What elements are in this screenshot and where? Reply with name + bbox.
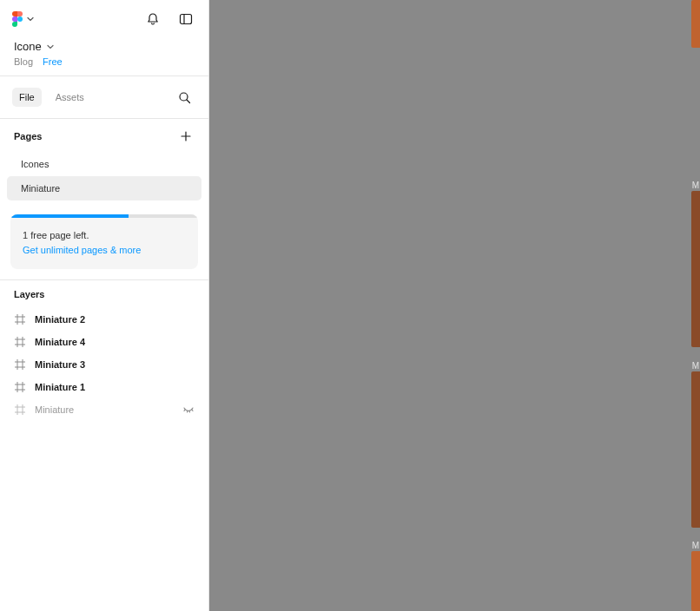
bell-icon [146,12,160,26]
file-subtitle: Blog Free [14,56,195,67]
frame-label: M [692,541,700,550]
panel-icon [179,12,193,26]
canvas-frame-sliver[interactable] [691,551,700,611]
upsell-card: 1 free page left. Get unlimited pages & … [10,214,198,269]
tab-file[interactable]: File [12,88,42,107]
toggle-panels-button[interactable] [174,7,198,31]
upsell-link[interactable]: Get unlimited pages & more [23,245,141,255]
plan-badge[interactable]: Free [43,56,63,67]
plus-icon [181,131,191,141]
layers-list: Miniature 2 Miniature 4 Miniature 3 Mini… [0,306,208,423]
upsell-progress [10,214,198,218]
frame-icon [14,381,26,393]
layers-header-label: Layers [14,289,44,299]
layer-item-hidden[interactable]: Miniature [0,398,208,421]
chevron-down-icon [47,43,54,50]
frame-label: M [692,181,700,190]
pages-list: Icones Miniature [0,152,208,207]
frame-icon [14,336,26,348]
upsell-progress-fill [10,214,129,218]
left-sidebar: Icone Blog Free File Assets Pages [0,0,209,611]
layer-item[interactable]: Miniature 1 [0,376,208,398]
frame-icon [14,313,26,325]
canvas-frame-sliver[interactable] [691,0,700,48]
file-meta: Icone Blog Free [0,38,208,76]
add-page-button[interactable] [177,128,195,145]
canvas[interactable]: M M M M [209,0,700,611]
file-title: Icone [14,40,42,53]
breadcrumb-parent[interactable]: Blog [14,56,33,67]
page-item-icones[interactable]: Icones [7,152,201,176]
layers-header: Layers [0,280,208,306]
tab-assets[interactable]: Assets [49,88,91,107]
file-title-dropdown[interactable]: Icone [14,40,195,53]
layer-item[interactable]: Miniature 2 [0,308,208,331]
figma-logo-icon [11,10,23,28]
pages-header: Pages [0,119,208,152]
chevron-down-icon [27,16,34,23]
search-icon [178,91,191,104]
frame-label: M [692,361,700,371]
svg-point-0 [17,16,23,22]
hidden-icon[interactable] [182,404,195,416]
svg-line-4 [187,100,190,103]
layer-item[interactable]: Miniature 4 [0,331,208,353]
page-item-miniature[interactable]: Miniature [7,176,201,200]
canvas-frame-sliver[interactable] [691,371,700,528]
topbar [0,0,208,38]
frame-icon [14,404,26,416]
svg-rect-1 [181,15,192,24]
upsell-text: 1 free page left. [23,228,186,243]
panel-tabs: File Assets [0,76,208,118]
notifications-button[interactable] [141,7,165,31]
frame-icon [14,358,26,371]
figma-menu-button[interactable] [10,7,35,31]
layer-item[interactable]: Miniature 3 [0,353,208,376]
search-button[interactable] [172,85,196,109]
canvas-frame-sliver[interactable] [691,191,700,347]
pages-header-label: Pages [14,131,42,141]
